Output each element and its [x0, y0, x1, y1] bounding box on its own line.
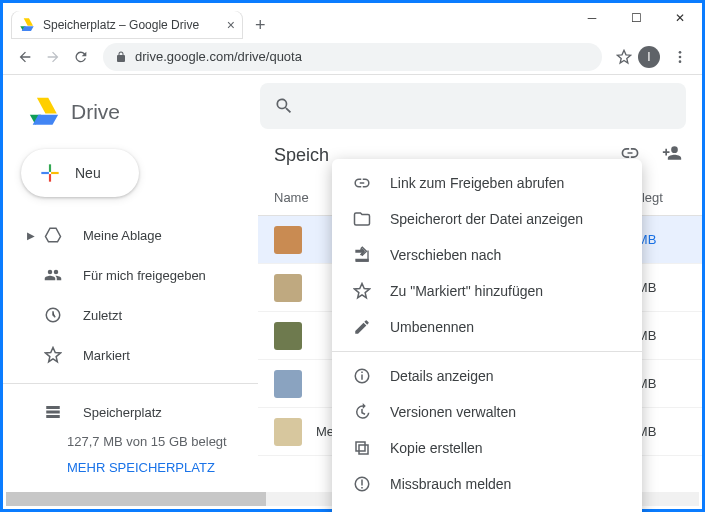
- copy-icon: [350, 439, 374, 457]
- drive-brand[interactable]: Drive: [3, 87, 258, 145]
- new-tab-button[interactable]: +: [255, 15, 266, 36]
- sidebar-item-recent[interactable]: Zuletzt: [3, 295, 258, 335]
- minimize-button[interactable]: ─: [570, 3, 614, 33]
- address-bar[interactable]: drive.google.com/drive/quota: [103, 43, 602, 71]
- person-add-icon[interactable]: [662, 143, 682, 163]
- context-menu-item[interactable]: Verschieben nach: [332, 237, 642, 273]
- context-menu-label: Umbenennen: [390, 319, 474, 335]
- sidebar-item-label: Für mich freigegeben: [83, 268, 206, 283]
- new-button[interactable]: Neu: [21, 149, 139, 197]
- context-menu-label: Speicherort der Datei anzeigen: [390, 211, 583, 227]
- shared-icon: [43, 266, 63, 284]
- file-thumbnail: [274, 370, 302, 398]
- tab-close-icon[interactable]: ×: [227, 17, 235, 33]
- maximize-button[interactable]: ☐: [614, 3, 658, 33]
- report-icon: [350, 475, 374, 493]
- history-icon: [350, 403, 374, 421]
- svg-rect-6: [46, 415, 60, 418]
- browser-menu-button[interactable]: [666, 43, 694, 71]
- window-controls: ─ ☐ ✕: [570, 3, 702, 33]
- sidebar-item-starred[interactable]: Markiert: [3, 335, 258, 375]
- svg-rect-13: [361, 480, 363, 486]
- context-menu-label: Zu "Markiert" hinzufügen: [390, 283, 543, 299]
- svg-point-1: [679, 55, 682, 58]
- page-content: Drive Neu ▶ Meine Ablage Für mich freige…: [3, 75, 702, 509]
- file-thumbnail: [274, 418, 302, 446]
- sidebar-item-label: Zuletzt: [83, 308, 122, 323]
- context-menu-item[interactable]: Zu "Markiert" hinzufügen: [332, 273, 642, 309]
- file-thumbnail: [274, 274, 302, 302]
- svg-rect-10: [359, 445, 368, 454]
- context-menu-item[interactable]: Herunterladen: [332, 502, 642, 512]
- divider: [332, 351, 642, 352]
- context-menu-item[interactable]: Versionen verwalten: [332, 394, 642, 430]
- file-thumbnail: [274, 226, 302, 254]
- sidebar: Drive Neu ▶ Meine Ablage Für mich freige…: [3, 75, 258, 509]
- link-icon: [350, 174, 374, 192]
- search-bar[interactable]: [260, 83, 686, 129]
- context-menu-item[interactable]: Link zum Freigeben abrufen: [332, 165, 642, 201]
- svg-rect-11: [356, 442, 365, 451]
- context-menu: Link zum Freigeben abrufenSpeicherort de…: [332, 159, 642, 512]
- context-menu-item[interactable]: Kopie erstellen: [332, 430, 642, 466]
- search-icon: [274, 96, 294, 116]
- sidebar-item-label: Markiert: [83, 348, 130, 363]
- browser-window: Speicherplatz – Google Drive × + ─ ☐ ✕ d…: [0, 0, 705, 512]
- profile-avatar[interactable]: I: [638, 46, 660, 68]
- divider: [3, 383, 258, 384]
- forward-button[interactable]: [39, 43, 67, 71]
- context-menu-label: Kopie erstellen: [390, 440, 483, 456]
- move-icon: [350, 246, 374, 264]
- storage-info: 127,7 MB von 15 GB belegt MEHR SPEICHERP…: [3, 432, 258, 477]
- bookmark-star-icon[interactable]: [616, 49, 632, 65]
- context-menu-label: Details anzeigen: [390, 368, 494, 384]
- sidebar-item-shared[interactable]: Für mich freigegeben: [3, 255, 258, 295]
- star-icon: [350, 282, 374, 300]
- clock-icon: [43, 306, 63, 324]
- context-menu-item[interactable]: Umbenennen: [332, 309, 642, 345]
- svg-rect-8: [361, 375, 363, 380]
- back-button[interactable]: [11, 43, 39, 71]
- svg-point-2: [679, 60, 682, 63]
- plus-icon: [37, 160, 63, 186]
- buy-storage-link[interactable]: MEHR SPEICHERPLATZ: [67, 458, 234, 478]
- folder-icon: [350, 210, 374, 228]
- titlebar: Speicherplatz – Google Drive × + ─ ☐ ✕: [3, 3, 702, 39]
- browser-toolbar: drive.google.com/drive/quota I: [3, 39, 702, 75]
- browser-tab[interactable]: Speicherplatz – Google Drive ×: [11, 11, 243, 39]
- svg-point-0: [679, 51, 682, 54]
- svg-rect-9: [361, 372, 363, 374]
- drive-logo-icon: [27, 95, 61, 129]
- context-menu-item[interactable]: Details anzeigen: [332, 358, 642, 394]
- sidebar-item-my-drive[interactable]: ▶ Meine Ablage: [3, 215, 258, 255]
- storage-icon: [43, 403, 63, 421]
- my-drive-icon: [43, 226, 63, 244]
- chevron-right-icon: ▶: [27, 230, 39, 241]
- close-button[interactable]: ✕: [658, 3, 702, 33]
- storage-usage-text: 127,7 MB von 15 GB belegt: [67, 432, 234, 452]
- context-menu-label: Missbrauch melden: [390, 476, 511, 492]
- rename-icon: [350, 318, 374, 336]
- svg-rect-5: [46, 411, 60, 414]
- context-menu-item[interactable]: Missbrauch melden: [332, 466, 642, 502]
- context-menu-label: Link zum Freigeben abrufen: [390, 175, 564, 191]
- url-text: drive.google.com/drive/quota: [135, 49, 302, 64]
- context-menu-label: Versionen verwalten: [390, 404, 516, 420]
- lock-icon: [115, 51, 127, 63]
- sidebar-item-label: Meine Ablage: [83, 228, 162, 243]
- info-icon: [350, 367, 374, 385]
- sidebar-item-label: Speicherplatz: [83, 405, 162, 420]
- drive-favicon-icon: [19, 17, 35, 33]
- svg-rect-14: [361, 487, 363, 489]
- file-thumbnail: [274, 322, 302, 350]
- context-menu-item[interactable]: Speicherort der Datei anzeigen: [332, 201, 642, 237]
- new-button-label: Neu: [75, 165, 101, 181]
- brand-text: Drive: [71, 100, 120, 124]
- sidebar-item-storage[interactable]: Speicherplatz: [3, 392, 258, 432]
- reload-button[interactable]: [67, 43, 95, 71]
- tab-title: Speicherplatz – Google Drive: [43, 18, 199, 32]
- context-menu-label: Verschieben nach: [390, 247, 501, 263]
- star-icon: [43, 346, 63, 364]
- svg-rect-4: [46, 406, 60, 409]
